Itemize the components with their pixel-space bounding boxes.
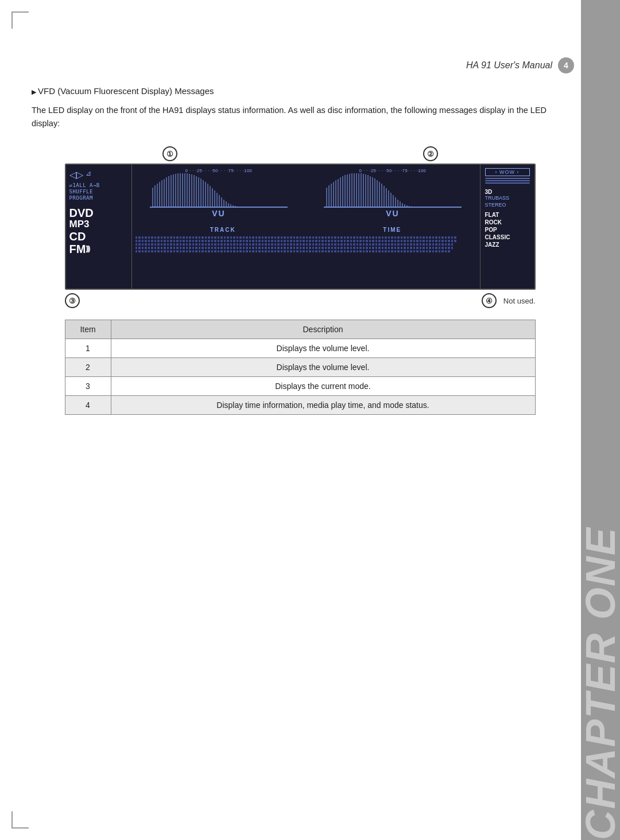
vfd-panel: ◁▷ ⊿ ⇌1ALL A→B SHUFFLE PROGRAM DVD MP3 C… <box>65 164 536 290</box>
section-heading: VFD (Vacuum Fluorescent Display) Message… <box>32 86 568 96</box>
table-row: 3 Displays the current mode. <box>65 377 535 396</box>
vfd-right-section: › WOW ‹ 3D TRUBASS STEREO FLAT ROCK POP … <box>480 165 534 289</box>
vfd-left-section: ◁▷ ⊿ ⇌1ALL A→B SHUFFLE PROGRAM DVD MP3 C… <box>66 165 132 289</box>
cell-desc-1: Displays the volume level. <box>111 339 535 358</box>
label-fm: FM))) <box>69 243 128 255</box>
time-label: TIME <box>383 227 401 233</box>
vu-arc-left-svg <box>150 173 288 208</box>
col-header-item: Item <box>65 320 111 339</box>
speaker-icon-left: ◁▷ <box>69 169 83 180</box>
vfd-center-section: 0 · · ·25· · · ·50· · · ·75· · · ·100 <box>132 165 480 289</box>
callout-top-row: ① ② <box>65 146 536 161</box>
vfd-info-table: Item Description 1 Displays the volume l… <box>65 320 536 415</box>
label-mp3: MP3 <box>69 219 128 230</box>
dot-row-3 <box>135 243 476 246</box>
vu-label-left: VU <box>212 209 225 218</box>
dot <box>135 236 138 239</box>
label-stereo: STEREO <box>485 202 530 209</box>
table-header-row: Item Description <box>65 320 535 339</box>
table-row: 1 Displays the volume level. <box>65 339 535 358</box>
not-used-label: Not used. <box>503 297 536 305</box>
track-label: TRACK <box>210 227 236 233</box>
label-3d: 3D <box>485 189 530 195</box>
callout-1: ① <box>162 146 177 161</box>
table-row: 2 Displays the volume level. <box>65 358 535 377</box>
vu-bars-left <box>134 173 304 208</box>
vu-meter-left: 0 · · ·25· · · ·50· · · ·75· · · ·100 <box>132 165 306 225</box>
vfd-diagram: ① ② ◁▷ ⊿ ⇌1ALL A→B SHUFFLE PROGRAM <box>65 146 536 415</box>
mode-shuffle: SHUFFLE <box>69 189 128 195</box>
page-header: HA 91 User's Manual 4 <box>466 57 574 73</box>
label-trubass: TRUBASS <box>485 195 530 202</box>
col-header-description: Description <box>111 320 535 339</box>
cell-desc-4: Display time information, media play tim… <box>111 396 535 415</box>
table-row: 4 Display time information, media play t… <box>65 396 535 415</box>
page-number-badge: 4 <box>558 57 574 73</box>
vu-label-right: VU <box>386 209 399 218</box>
body-text: The LED display on the front of the HA91… <box>32 104 568 130</box>
cell-item-2: 2 <box>65 358 111 377</box>
dot-row-2 <box>135 240 476 242</box>
main-content: VFD (Vacuum Fluorescent Display) Message… <box>32 86 568 432</box>
callout-3: ③ <box>65 293 80 308</box>
line-3 <box>485 182 530 184</box>
fm-wave-icon: ))) <box>86 245 89 252</box>
manual-title: HA 91 User's Manual <box>466 60 552 71</box>
wow-label: › WOW ‹ <box>485 168 530 176</box>
label-jazz: JAZZ <box>485 241 530 248</box>
vu-arc-right-svg <box>324 173 462 208</box>
corner-mark-bl <box>11 811 29 829</box>
vu-meter-right: 0 · · ·25· · · ·50· · · ·75· · · ·100 <box>306 165 480 225</box>
vfd-vu-area: 0 · · ·25· · · ·50· · · ·75· · · ·100 <box>132 165 480 225</box>
right-sidebar: CHAPTER ONE <box>581 0 620 840</box>
dot-matrix-display <box>132 234 480 289</box>
vfd-modes: ⇌1ALL A→B SHUFFLE PROGRAM <box>69 182 128 201</box>
label-classic: CLASSIC <box>485 234 530 241</box>
mode-repeat: ⇌1ALL A→B <box>69 182 128 188</box>
label-pop: POP <box>485 226 530 234</box>
callout-4: ④ <box>482 293 497 308</box>
callout-left-group: ③ <box>65 293 80 308</box>
cell-desc-3: Displays the current mode. <box>111 377 535 396</box>
dot-row-1 <box>135 236 476 239</box>
dot-row-5 <box>135 250 476 252</box>
callout-2: ② <box>423 146 438 161</box>
mode-program: PROGRAM <box>69 195 128 201</box>
label-dvd: DVD <box>69 207 128 219</box>
right-lines <box>485 178 530 184</box>
cell-item-1: 1 <box>65 339 111 358</box>
chapter-label: CHAPTER ONE <box>580 510 620 840</box>
vfd-speaker-icons: ◁▷ ⊿ <box>69 169 128 180</box>
table-body: 1 Displays the volume level. 2 Displays … <box>65 339 535 415</box>
track-time-labels: TRACK TIME <box>132 225 480 234</box>
vfd-media-labels: DVD MP3 CD FM))) <box>69 207 128 255</box>
callout-right-group: ④ Not used. <box>482 293 536 308</box>
table-header: Item Description <box>65 320 535 339</box>
line-2 <box>485 180 530 181</box>
vu-bars-right <box>308 173 478 208</box>
line-1 <box>485 178 530 179</box>
vu-scale-right: 0 · · ·25· · · ·50· · · ·75· · · ·100 <box>308 168 478 173</box>
label-cd: CD <box>69 230 128 243</box>
label-flat: FLAT <box>485 211 530 219</box>
vfd-right-options: 3D TRUBASS STEREO FLAT ROCK POP CLASSIC … <box>485 189 530 248</box>
cell-item-4: 4 <box>65 396 111 415</box>
corner-mark-tl <box>11 11 29 29</box>
callout-bottom-row: ③ ④ Not used. <box>65 290 536 308</box>
speaker-icon-right: ⊿ <box>86 169 91 180</box>
vu-scale-left: 0 · · ·25· · · ·50· · · ·75· · · ·100 <box>134 168 304 173</box>
label-rock: ROCK <box>485 219 530 226</box>
cell-desc-2: Displays the volume level. <box>111 358 535 377</box>
dot-row-4 <box>135 247 476 249</box>
cell-item-3: 3 <box>65 377 111 396</box>
